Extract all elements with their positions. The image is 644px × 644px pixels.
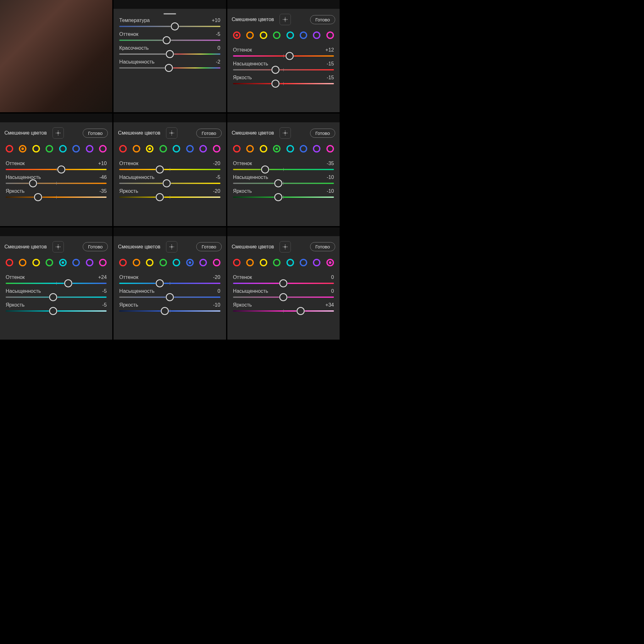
- swatch-6[interactable]: [199, 259, 207, 266]
- swatch-4[interactable]: [59, 259, 67, 266]
- swatch-7[interactable]: [99, 145, 107, 153]
- slider-value: +12: [325, 47, 334, 53]
- swatch-0[interactable]: [233, 259, 241, 266]
- done-button[interactable]: Готово: [196, 129, 221, 138]
- swatch-3[interactable]: [46, 259, 53, 266]
- slider-lum[interactable]: Яркость-20: [119, 188, 220, 198]
- done-button[interactable]: Готово: [83, 242, 108, 251]
- swatch-7[interactable]: [326, 145, 334, 153]
- swatch-5[interactable]: [186, 145, 194, 153]
- swatch-2[interactable]: [260, 145, 267, 153]
- swatch-5[interactable]: [186, 259, 194, 266]
- slider-hue[interactable]: Оттенок+12: [233, 47, 334, 57]
- swatch-6[interactable]: [313, 259, 320, 266]
- slider-lum[interactable]: Яркость-10: [119, 302, 220, 312]
- swatch-0[interactable]: [233, 145, 241, 153]
- swatch-6[interactable]: [86, 145, 93, 153]
- slider-hue[interactable]: Оттенок-35: [233, 161, 334, 170]
- slider-hue[interactable]: Оттенок0: [233, 275, 334, 284]
- swatch-3[interactable]: [273, 259, 280, 266]
- swatch-1[interactable]: [133, 145, 140, 153]
- done-button[interactable]: Готово: [196, 242, 221, 251]
- swatch-4[interactable]: [286, 259, 294, 266]
- swatch-4[interactable]: [173, 259, 180, 266]
- swatch-2[interactable]: [260, 31, 267, 39]
- swatch-3[interactable]: [159, 145, 167, 153]
- slider-hue[interactable]: Оттенок-20: [119, 161, 220, 170]
- swatch-0[interactable]: [119, 145, 127, 153]
- slider-tint[interactable]: Оттенок-5: [119, 31, 220, 41]
- swatch-6[interactable]: [199, 145, 207, 153]
- swatch-1[interactable]: [246, 145, 254, 153]
- target-picker-button[interactable]: [280, 127, 291, 139]
- svg-point-5: [171, 246, 173, 247]
- slider-sat[interactable]: Насыщенность0: [233, 288, 334, 298]
- swatch-4[interactable]: [286, 145, 294, 153]
- slider-sat[interactable]: Насыщенность-10: [233, 175, 334, 184]
- slider-hue[interactable]: Оттенок-20: [119, 275, 220, 284]
- swatch-0[interactable]: [6, 259, 13, 266]
- slider-hue[interactable]: Оттенок+24: [6, 275, 107, 284]
- slider-sat[interactable]: Насыщенность-5: [119, 175, 220, 184]
- swatch-2[interactable]: [260, 259, 267, 266]
- slider-sat[interactable]: Насыщенность-2: [119, 59, 220, 69]
- done-button[interactable]: Готово: [83, 129, 108, 138]
- slider-lum[interactable]: Яркость-35: [6, 188, 107, 198]
- swatch-6[interactable]: [313, 31, 320, 39]
- slider-lum[interactable]: Яркость+34: [233, 302, 334, 312]
- swatch-3[interactable]: [273, 31, 280, 39]
- swatch-5[interactable]: [72, 145, 80, 153]
- done-button[interactable]: Готово: [310, 129, 335, 138]
- swatch-0[interactable]: [233, 31, 241, 39]
- drag-handle[interactable]: [164, 13, 176, 14]
- slider-sat[interactable]: Насыщенность-46: [6, 175, 107, 184]
- slider-lum[interactable]: Яркость-5: [6, 302, 107, 312]
- swatch-3[interactable]: [159, 259, 167, 266]
- swatch-4[interactable]: [286, 31, 294, 39]
- swatch-5[interactable]: [300, 145, 307, 153]
- target-picker-button[interactable]: [280, 241, 291, 253]
- swatch-2[interactable]: [146, 259, 153, 266]
- slider-lum[interactable]: Яркость-10: [233, 188, 334, 198]
- slider-label: Насыщенность: [119, 288, 154, 294]
- target-picker-button[interactable]: [53, 127, 64, 139]
- slider-vibrance[interactable]: Красочность0: [119, 45, 220, 55]
- target-picker-button[interactable]: [280, 14, 291, 25]
- swatch-5[interactable]: [72, 259, 80, 266]
- target-picker-button[interactable]: [166, 241, 177, 253]
- swatch-5[interactable]: [300, 31, 307, 39]
- swatch-7[interactable]: [326, 259, 334, 266]
- swatch-1[interactable]: [246, 259, 254, 266]
- swatch-1[interactable]: [19, 145, 26, 153]
- done-button[interactable]: Готово: [310, 242, 335, 251]
- swatch-1[interactable]: [246, 31, 254, 39]
- swatch-5[interactable]: [300, 259, 307, 266]
- done-button[interactable]: Готово: [310, 15, 335, 24]
- target-picker-button[interactable]: [53, 241, 64, 253]
- swatch-2[interactable]: [32, 259, 40, 266]
- swatch-6[interactable]: [86, 259, 93, 266]
- slider-sat[interactable]: Насыщенность-15: [233, 61, 334, 70]
- swatch-0[interactable]: [6, 145, 13, 153]
- swatch-1[interactable]: [133, 259, 140, 266]
- slider-lum[interactable]: Яркость-15: [233, 75, 334, 84]
- swatch-2[interactable]: [32, 145, 40, 153]
- swatch-7[interactable]: [213, 145, 220, 153]
- swatch-3[interactable]: [46, 145, 53, 153]
- swatch-4[interactable]: [59, 145, 67, 153]
- slider-sat[interactable]: Насыщенность0: [119, 288, 220, 298]
- swatch-7[interactable]: [326, 31, 334, 39]
- target-picker-button[interactable]: [166, 127, 177, 139]
- swatch-2[interactable]: [146, 145, 153, 153]
- swatch-4[interactable]: [173, 145, 180, 153]
- swatch-7[interactable]: [213, 259, 220, 266]
- slider-value: -5: [216, 31, 220, 37]
- swatch-1[interactable]: [19, 259, 26, 266]
- swatch-3[interactable]: [273, 145, 280, 153]
- slider-temp[interactable]: Температура+10: [119, 18, 220, 27]
- swatch-6[interactable]: [313, 145, 320, 153]
- slider-sat[interactable]: Насыщенность-5: [6, 288, 107, 298]
- swatch-7[interactable]: [99, 259, 107, 266]
- slider-hue[interactable]: Оттенок+10: [6, 161, 107, 170]
- swatch-0[interactable]: [119, 259, 127, 266]
